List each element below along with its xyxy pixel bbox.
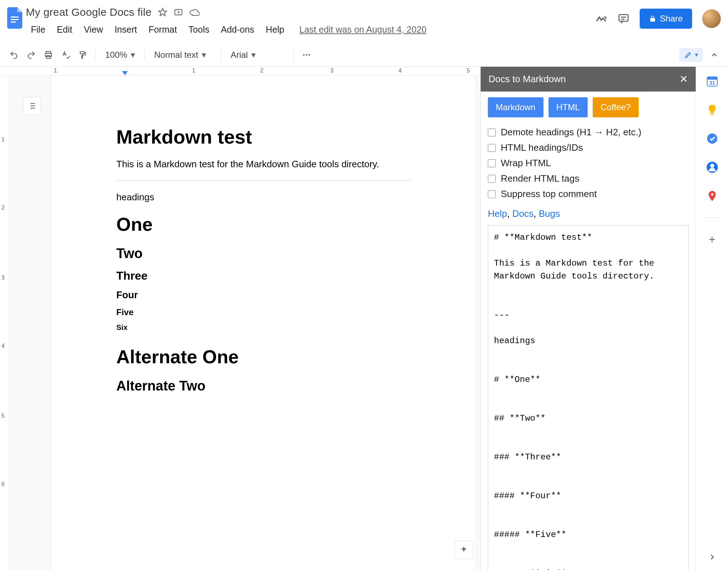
activity-icon[interactable]: [595, 13, 607, 25]
contacts-icon[interactable]: [705, 160, 719, 174]
paint-format-icon[interactable]: [76, 48, 90, 62]
docs-logo[interactable]: [4, 4, 26, 33]
collapse-icon[interactable]: [708, 48, 721, 61]
menu-edit[interactable]: Edit: [52, 22, 77, 37]
editing-mode-button[interactable]: ▾: [679, 48, 703, 62]
doc-h1: One: [116, 214, 411, 235]
menu-help[interactable]: Help: [261, 22, 289, 37]
font-dropdown[interactable]: Arial ▾: [227, 48, 288, 62]
side-panel: 31 +: [696, 67, 728, 570]
checkbox[interactable]: [488, 159, 496, 167]
print-icon[interactable]: [42, 48, 55, 62]
menu-view[interactable]: View: [79, 22, 108, 37]
check-demote-headings[interactable]: Demote headings (H1 → H2, etc.): [488, 125, 689, 140]
vruler-tick: 2: [1, 205, 5, 211]
ruler-tick: 3: [330, 67, 333, 74]
document-page[interactable]: Markdown test This is a Markdown test fo…: [52, 75, 475, 570]
user-avatar[interactable]: [702, 9, 721, 28]
doc-h4: Four: [116, 290, 411, 301]
svg-rect-4: [619, 15, 628, 21]
more-icon[interactable]: [300, 48, 313, 62]
menu-addons[interactable]: Add-ons: [216, 22, 259, 37]
calendar-icon[interactable]: 31: [705, 74, 719, 88]
svg-point-24: [707, 134, 717, 144]
help-link[interactable]: Help: [488, 208, 507, 219]
share-button[interactable]: Share: [640, 9, 692, 29]
document-area: 1 1 2 3 4 5 1 2 3 4 5 6 Markdown test Th…: [0, 67, 480, 570]
checkbox[interactable]: [488, 175, 496, 183]
doc-h5: Five: [116, 307, 411, 317]
zoom-dropdown[interactable]: 100% ▾: [102, 48, 139, 62]
doc-title-heading: Markdown test: [116, 126, 411, 148]
addon-sidebar: Docs to Markdown ✕ Markdown HTML Coffee?…: [480, 67, 696, 570]
addon-body: Markdown HTML Coffee? Demote headings (H…: [481, 92, 696, 570]
svg-rect-21: [707, 77, 717, 80]
check-suppress-comment[interactable]: Suppress top comment: [488, 186, 689, 202]
doc-h3: Three: [116, 269, 411, 282]
close-icon[interactable]: ✕: [680, 73, 688, 85]
checkbox[interactable]: [488, 190, 496, 198]
main-area: 1 1 2 3 4 5 1 2 3 4 5 6 Markdown test Th…: [0, 67, 728, 570]
vruler-tick: 4: [1, 343, 5, 349]
markdown-button[interactable]: Markdown: [488, 97, 543, 117]
horizontal-ruler[interactable]: 1 1 2 3 4 5: [0, 67, 480, 75]
ruler-tick: 1: [54, 67, 57, 74]
check-html-headings[interactable]: HTML headings/IDs: [488, 140, 689, 155]
svg-point-12: [306, 54, 307, 55]
undo-icon[interactable]: [7, 48, 21, 62]
doc-headings-label: headings: [116, 192, 411, 203]
svg-rect-3: [175, 9, 182, 15]
explore-button[interactable]: [454, 541, 473, 559]
menu-tools[interactable]: Tools: [183, 22, 214, 37]
html-button[interactable]: HTML: [549, 97, 588, 117]
expand-rail-icon[interactable]: [708, 553, 717, 563]
spellcheck-icon[interactable]: [59, 48, 73, 62]
ruler-tick: 2: [260, 67, 263, 74]
horizontal-rule: [116, 181, 411, 181]
add-addon-icon[interactable]: +: [705, 232, 719, 247]
keep-icon[interactable]: [705, 103, 719, 117]
star-icon[interactable]: [158, 8, 167, 17]
svg-point-13: [309, 54, 310, 55]
checkbox[interactable]: [488, 144, 496, 152]
tasks-icon[interactable]: [705, 131, 719, 146]
coffee-button[interactable]: Coffee?: [593, 97, 639, 117]
menu-insert[interactable]: Insert: [109, 22, 142, 37]
cloud-icon[interactable]: [190, 8, 200, 16]
check-render-tags[interactable]: Render HTML tags: [488, 171, 689, 186]
paragraph-style-dropdown[interactable]: Normal text ▾: [150, 48, 215, 62]
check-wrap-html[interactable]: Wrap HTML: [488, 155, 689, 171]
lock-icon: [649, 15, 656, 22]
bugs-link[interactable]: Bugs: [539, 208, 560, 219]
chevron-down-icon: ▾: [202, 50, 206, 60]
vruler-tick: 1: [1, 136, 5, 143]
addon-header: Docs to Markdown ✕: [481, 67, 696, 92]
ruler-tick: 4: [398, 67, 402, 74]
menu-file[interactable]: File: [26, 22, 50, 37]
vertical-ruler[interactable]: 1 2 3 4 5 6: [0, 75, 9, 570]
chevron-down-icon: ▾: [131, 50, 135, 60]
chevron-down-icon: ▾: [695, 51, 698, 58]
svg-text:31: 31: [709, 80, 715, 86]
redo-icon[interactable]: [24, 48, 38, 62]
move-icon[interactable]: [174, 8, 183, 17]
menu-format[interactable]: Format: [144, 22, 182, 37]
menu-bar: File Edit View Insert Format Tools Add-o…: [26, 22, 595, 37]
toolbar: 100% ▾ Normal text ▾ Arial ▾ ▾: [0, 43, 728, 67]
font-value: Arial: [230, 50, 248, 60]
outline-button[interactable]: [23, 97, 41, 115]
addon-title: Docs to Markdown: [489, 74, 566, 85]
vruler-tick: 6: [1, 481, 5, 487]
header-actions: Share: [595, 4, 721, 29]
markdown-output[interactable]: # **Markdown test** This is a Markdown t…: [488, 225, 689, 570]
addon-options: Demote headings (H1 → H2, etc.) HTML hea…: [488, 125, 689, 202]
checkbox[interactable]: [488, 129, 496, 136]
maps-icon[interactable]: [705, 189, 719, 203]
comments-icon[interactable]: [617, 13, 630, 25]
last-edit-link[interactable]: Last edit was on August 4, 2020: [299, 24, 426, 35]
chevron-down-icon: ▾: [251, 50, 256, 60]
addon-links: Help, Docs, Bugs: [488, 208, 689, 219]
app-header: My great Google Docs file File Edit View…: [0, 0, 728, 43]
document-title[interactable]: My great Google Docs file: [26, 6, 151, 18]
docs-link[interactable]: Docs: [512, 208, 533, 219]
